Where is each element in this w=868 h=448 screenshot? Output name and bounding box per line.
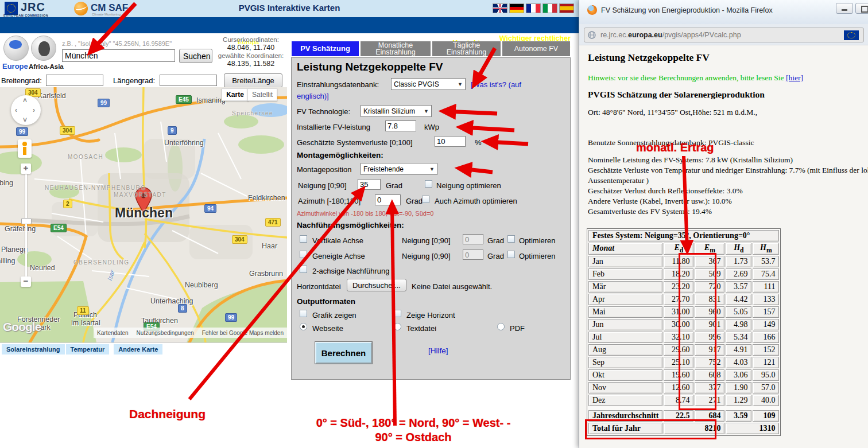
flag-it-icon[interactable]: [542, 3, 557, 13]
vertical-axis-checkbox[interactable]: [300, 235, 307, 243]
optimize-azimuth-checkbox[interactable]: [422, 196, 429, 203]
annotation-azimuth-line2: 90° = Ostdach: [299, 431, 528, 444]
vertical-axis-label: Vertikale Achse: [312, 236, 363, 245]
value-cell: 95.0: [753, 369, 779, 381]
map-label: Haar: [262, 242, 277, 250]
browse-button[interactable]: Durchsucher...: [347, 279, 406, 291]
google-map[interactable]: KarlsfeldIsmaningSpeicherseeUnterföhring…: [0, 87, 287, 343]
africa-asia-globe-button[interactable]: [31, 36, 56, 61]
show-graph-checkbox[interactable]: [300, 310, 307, 317]
vertical-axis-tilt-input[interactable]: [463, 234, 483, 244]
search-input[interactable]: [62, 49, 175, 62]
lat-lon-button[interactable]: Breite/Länge: [224, 73, 282, 88]
chevron-down-icon: ▼: [458, 81, 463, 87]
optimize-azimuth-label: Auch Azimuth optimieren: [435, 197, 517, 205]
what-is-it-link-line1[interactable]: [Was ist's? (auf: [471, 80, 521, 89]
output-text-radio[interactable]: [394, 323, 401, 330]
optimize-tilt-checkbox[interactable]: [425, 180, 432, 188]
two-axis-checkbox[interactable]: [300, 266, 307, 273]
total-energy: 8210: [664, 423, 724, 434]
top-header-bar: JRC EUROPEAN COMMISSION CM SAF Climate M…: [0, 0, 579, 17]
flag-de-icon[interactable]: [509, 3, 524, 13]
month-cell: Sep: [588, 357, 662, 368]
installed-power-label: Installierte FV-leistung: [297, 123, 370, 131]
zoom-out-button[interactable]: −: [21, 276, 31, 287]
zoom-in-button[interactable]: +: [21, 163, 31, 174]
value-cell: 3.06: [726, 369, 751, 381]
url-bar[interactable]: re.jrc.ec.europa.eu/pvgis/apps4/PVcalc.p…: [584, 28, 864, 42]
mounting-position-select[interactable]: Freistehende▼: [361, 163, 437, 175]
map-label: Neubiberg: [185, 281, 218, 289]
attribution-terms-link[interactable]: Nutzungsbedingungen: [137, 330, 194, 336]
table-row: Nov12.603771.9057.0: [588, 382, 779, 394]
technology-select[interactable]: Kristallin Silizium▼: [361, 105, 432, 117]
tilt-input[interactable]: [358, 179, 381, 190]
output-pdf-radio[interactable]: [497, 323, 505, 330]
maximize-button[interactable]: [855, 3, 868, 14]
database-label: Einstrahlungsdatenbank:: [297, 80, 379, 89]
search-button[interactable]: Suchen: [179, 49, 212, 63]
table-row: Sep25.107524.03121: [588, 357, 779, 368]
vertical-axis-optimize-checkbox[interactable]: [507, 235, 515, 243]
hint-hier-link[interactable]: [hier]: [786, 73, 803, 82]
map-label: Krailling: [0, 257, 15, 265]
map-label: Unterföhring: [164, 139, 204, 147]
pan-up-icon[interactable]: ˄: [23, 96, 27, 104]
help-link[interactable]: [Hilfe]: [428, 346, 448, 355]
latitude-input[interactable]: [46, 75, 103, 86]
tab-taegliche-einstrahlung[interactable]: Tägliche Einstrahlung: [432, 41, 501, 56]
show-horizon-checkbox[interactable]: [394, 310, 401, 317]
tab-temperatur[interactable]: Temperatur: [66, 344, 110, 354]
output-web-radio[interactable]: [300, 323, 307, 330]
africa-asia-globe-label[interactable]: Africa-Asia: [29, 63, 64, 70]
zoom-slider-handle[interactable]: [21, 218, 32, 224]
azimuth-input[interactable]: [375, 194, 401, 205]
attribution-report-link[interactable]: Fehler bei Google Maps melden: [202, 330, 284, 336]
value-cell: 31.00: [664, 306, 693, 318]
europe-globe-button[interactable]: [3, 36, 29, 61]
map-type-karte-button[interactable]: Karte: [222, 88, 249, 101]
what-is-it-link-line2[interactable]: englisch)]: [297, 92, 329, 100]
map-label: Unterhaching: [150, 297, 193, 305]
database-select[interactable]: Classic PVGIS▼: [391, 78, 466, 90]
annotation-dachneigung: Dachneigung: [129, 407, 206, 421]
site-globe-icon: [588, 31, 596, 39]
tab-autonome-fv[interactable]: Autonome FV: [502, 41, 570, 56]
map-label: Taufkirchen: [141, 317, 178, 325]
longitude-input[interactable]: [160, 75, 217, 86]
calculate-button[interactable]: Berechnen: [315, 342, 372, 364]
pan-down-icon[interactable]: ˅: [23, 116, 27, 124]
flag-es-icon[interactable]: [559, 3, 574, 13]
tab-solareinstrahlung[interactable]: Solareinstrahlung: [2, 344, 65, 354]
street-view-pegman[interactable]: [18, 139, 32, 158]
window-titlebar[interactable]: FV Schätzung von Energieproduktion - Moz…: [579, 0, 868, 25]
system-loss-input[interactable]: [435, 136, 466, 147]
installed-power-input[interactable]: [385, 120, 416, 131]
value-cell: 11.80: [664, 256, 693, 267]
map-pan-control[interactable]: ˄ ˅ ‹ ›: [11, 95, 41, 125]
zoom-slider-track[interactable]: [25, 174, 27, 276]
inclined-axis-optimize-checkbox[interactable]: [507, 251, 515, 258]
europe-globe-label[interactable]: Europe: [2, 62, 28, 71]
pan-right-icon[interactable]: ›: [33, 106, 35, 114]
no-file-text: Keine Datei ausgewählt.: [412, 282, 492, 291]
pan-left-icon[interactable]: ‹: [15, 106, 17, 114]
flag-uk-icon[interactable]: [493, 3, 507, 13]
tab-andere-karte[interactable]: Andere Karte: [114, 344, 162, 354]
value-cell: 1.73: [726, 256, 751, 267]
tracking-heading: Nachführungsmöglichkeiten:: [297, 221, 404, 229]
map-label: MOOSACH: [68, 154, 103, 160]
loss-total-line: Gesamtverluste des FV Systems: 19.4%: [588, 207, 712, 216]
map-type-satellit-button[interactable]: Satellit: [247, 88, 277, 101]
value-cell: 27.70: [664, 294, 693, 305]
inclined-axis-tilt-input[interactable]: [463, 250, 483, 260]
cursor-coords-value: 48.046, 11.740: [210, 44, 292, 52]
tab-pv-schaetzung[interactable]: PV Schätzung: [292, 41, 359, 56]
month-cell: Mai: [588, 306, 662, 318]
inclined-axis-checkbox[interactable]: [300, 251, 307, 258]
road-badge: 11: [77, 306, 89, 315]
flag-fr-icon[interactable]: [526, 3, 541, 13]
value-cell: 752: [695, 357, 724, 368]
tab-monatliche-einstrahlung[interactable]: Monatliche Einstrahlung: [361, 41, 431, 56]
minimize-button[interactable]: [836, 3, 853, 14]
